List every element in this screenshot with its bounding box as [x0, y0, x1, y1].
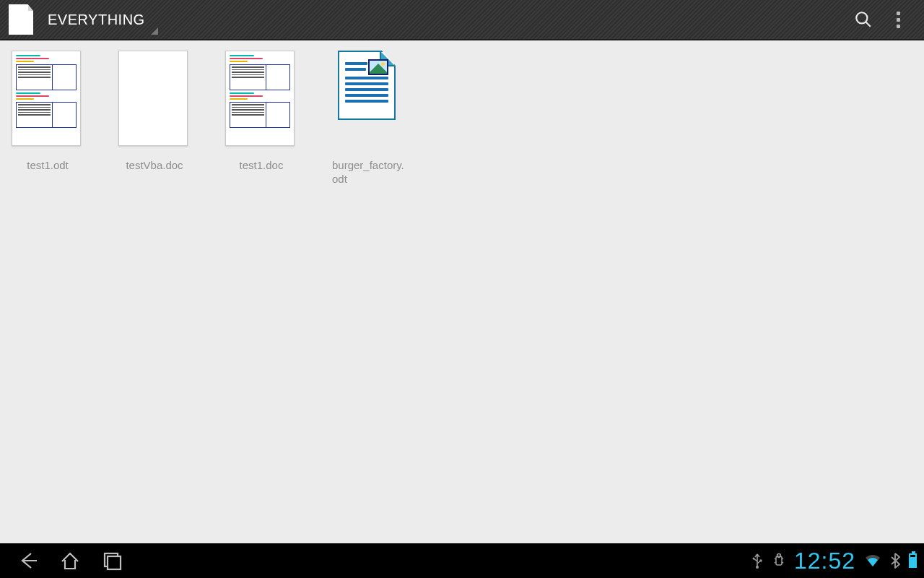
file-tile[interactable]: test1.doc — [225, 51, 297, 173]
recent-apps-button[interactable] — [91, 543, 133, 578]
svg-line-1 — [866, 22, 871, 27]
svg-point-6 — [756, 566, 759, 569]
file-grid: test1.odt testVba.doc test1.doc — [0, 40, 924, 543]
overflow-icon — [897, 12, 900, 28]
svg-point-0 — [856, 12, 867, 23]
file-name: burger_factory.odt — [332, 159, 404, 186]
svg-line-11 — [782, 558, 783, 559]
recent-apps-icon — [100, 549, 123, 572]
search-button[interactable] — [846, 2, 881, 37]
svg-point-8 — [777, 554, 781, 558]
spinner-dropdown-icon[interactable] — [151, 27, 158, 35]
file-tile[interactable]: burger_factory.odt — [332, 51, 404, 186]
home-icon — [58, 549, 82, 572]
file-thumbnail — [118, 51, 188, 146]
file-tile[interactable]: testVba.doc — [118, 51, 191, 173]
overflow-menu-button[interactable] — [881, 2, 915, 37]
image-icon — [368, 59, 388, 75]
back-button[interactable] — [7, 543, 49, 578]
bluetooth-icon — [890, 553, 900, 569]
file-tile[interactable]: test1.odt — [12, 51, 84, 173]
search-icon — [854, 10, 873, 29]
home-button[interactable] — [49, 543, 91, 578]
svg-point-4 — [752, 558, 754, 560]
page-title[interactable]: EVERYTHING — [48, 12, 145, 28]
app-icon[interactable] — [9, 4, 33, 35]
svg-rect-5 — [759, 560, 762, 562]
wifi-icon — [864, 553, 881, 568]
svg-line-12 — [782, 562, 783, 563]
svg-line-10 — [775, 562, 776, 563]
status-area[interactable]: 12:52 — [751, 548, 917, 574]
back-icon — [17, 549, 40, 572]
file-name: testVba.doc — [118, 159, 191, 173]
file-thumbnail — [332, 51, 401, 146]
action-bar: EVERYTHING — [0, 0, 924, 40]
battery-icon — [909, 553, 917, 568]
file-name: test1.odt — [12, 159, 84, 173]
file-name: test1.doc — [225, 159, 297, 173]
file-thumbnail — [225, 51, 295, 146]
file-thumbnail — [12, 51, 81, 146]
svg-rect-3 — [108, 556, 121, 569]
status-clock: 12:52 — [794, 548, 855, 574]
usb-icon — [751, 553, 764, 569]
system-nav-bar: 12:52 — [0, 543, 924, 578]
svg-line-9 — [775, 558, 776, 559]
debug-icon — [772, 553, 785, 569]
